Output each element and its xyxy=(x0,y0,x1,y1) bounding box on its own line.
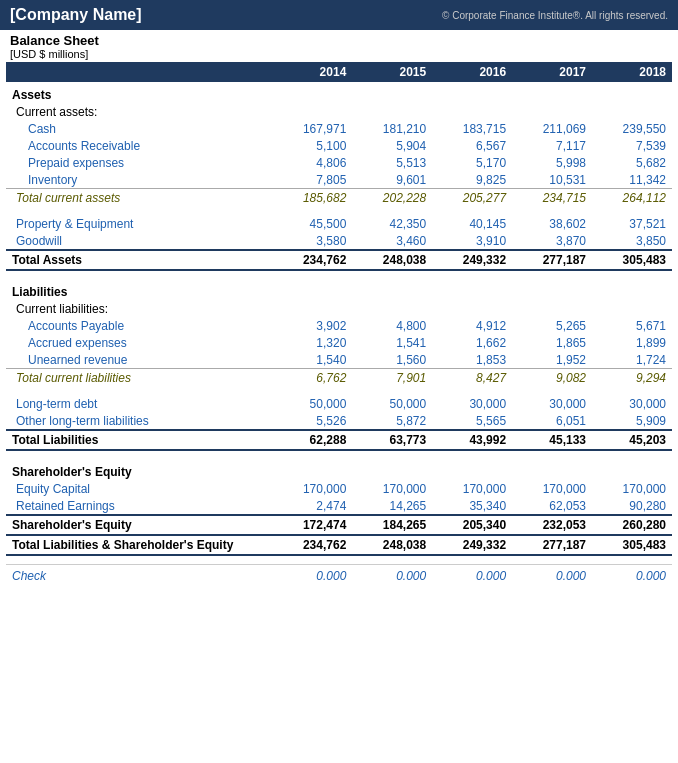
goodwill-row: Goodwill 3,580 3,460 3,910 3,870 3,850 xyxy=(6,232,672,250)
spacer2 xyxy=(6,270,672,279)
inventory-row: Inventory 7,805 9,601 9,825 10,531 11,34… xyxy=(6,171,672,189)
year-2018: 2018 xyxy=(592,62,672,82)
subheader: Balance Sheet [USD $ millions] xyxy=(0,30,678,62)
accounts-receivable-row: Accounts Receivable 5,100 5,904 6,567 7,… xyxy=(6,137,672,154)
unearned-revenue-row: Unearned revenue 1,540 1,560 1,853 1,952… xyxy=(6,351,672,369)
header: [Company Name] © Corporate Finance Insti… xyxy=(0,0,678,30)
label-col-header xyxy=(6,62,272,82)
accrued-expenses-row: Accrued expenses 1,320 1,541 1,662 1,865… xyxy=(6,334,672,351)
current-assets-label-row: Current assets: xyxy=(6,103,672,120)
spacer5 xyxy=(6,555,672,565)
cash-row: Cash 167,971 181,210 183,715 211,069 239… xyxy=(6,120,672,137)
year-2014: 2014 xyxy=(272,62,352,82)
assets-header: Assets xyxy=(6,82,672,103)
prepaid-expenses-row: Prepaid expenses 4,806 5,513 5,170 5,998… xyxy=(6,154,672,171)
year-2017: 2017 xyxy=(512,62,592,82)
total-current-assets-row: Total current assets 185,682 202,228 205… xyxy=(6,189,672,208)
other-longterm-liab-row: Other long-term liabilities 5,526 5,872 … xyxy=(6,412,672,430)
property-equipment-row: Property & Equipment 45,500 42,350 40,14… xyxy=(6,215,672,232)
longterm-debt-row: Long-term debt 50,000 50,000 30,000 30,0… xyxy=(6,395,672,412)
spacer4 xyxy=(6,450,672,459)
liabilities-header: Liabilities xyxy=(6,279,672,300)
spacer3 xyxy=(6,387,672,395)
year-header-row: 2014 2015 2016 2017 2018 xyxy=(6,62,672,82)
total-current-liabilities-row: Total current liabilities 6,762 7,901 8,… xyxy=(6,369,672,388)
equity-header: Shareholder's Equity xyxy=(6,459,672,480)
check-row: Check 0.000 0.000 0.000 0.000 0.000 xyxy=(6,565,672,585)
accounts-payable-row: Accounts Payable 3,902 4,800 4,912 5,265… xyxy=(6,317,672,334)
total-liabilities-row: Total Liabilities 62,288 63,773 43,992 4… xyxy=(6,430,672,450)
year-2016: 2016 xyxy=(432,62,512,82)
retained-earnings-row: Retained Earnings 2,474 14,265 35,340 62… xyxy=(6,497,672,515)
current-liabilities-label-row: Current liabilities: xyxy=(6,300,672,317)
total-assets-row: Total Assets 234,762 248,038 249,332 277… xyxy=(6,250,672,270)
balance-sheet-title: Balance Sheet xyxy=(10,33,668,48)
copyright: © Corporate Finance Institute®. All righ… xyxy=(442,10,668,21)
unit-label: [USD $ millions] xyxy=(10,48,668,60)
total-liab-equity-row: Total Liabilities & Shareholder's Equity… xyxy=(6,535,672,555)
company-name: [Company Name] xyxy=(10,6,142,24)
year-2015: 2015 xyxy=(352,62,432,82)
equity-capital-row: Equity Capital 170,000 170,000 170,000 1… xyxy=(6,480,672,497)
spacer1 xyxy=(6,207,672,215)
total-equity-row: Shareholder's Equity 172,474 184,265 205… xyxy=(6,515,672,535)
